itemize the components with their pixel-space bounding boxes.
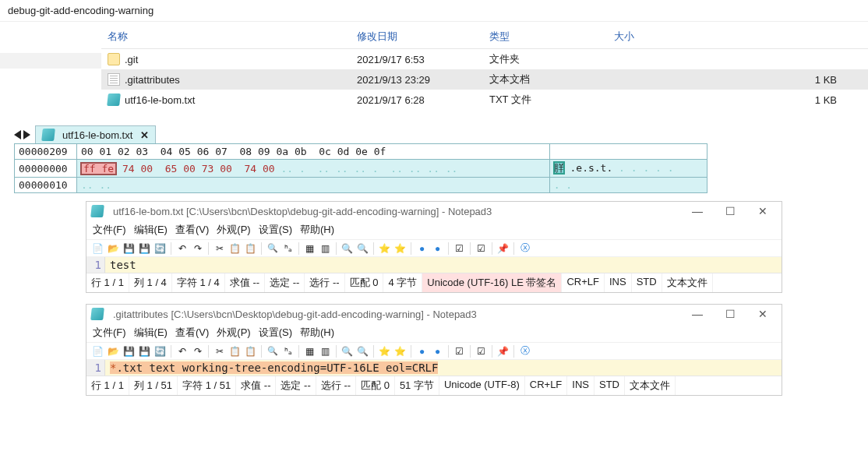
paste-icon[interactable]: 📋 bbox=[244, 344, 257, 358]
menu-bar[interactable]: 文件(F) 编辑(E) 查看(V) 外观(P) 设置(S) 帮助(H) bbox=[86, 220, 782, 239]
menu-edit[interactable]: 编辑(E) bbox=[134, 223, 168, 237]
hex-row-0[interactable]: 00000000 ff fe 74 00 65 00 73 00 74 00 .… bbox=[15, 160, 707, 178]
guides-icon[interactable]: ▥ bbox=[319, 242, 332, 255]
maximize-button[interactable]: ☐ bbox=[716, 308, 744, 320]
copy-icon[interactable]: 📋 bbox=[228, 242, 242, 255]
replace-icon[interactable]: ʰₐ bbox=[281, 242, 295, 255]
status-std[interactable]: STD bbox=[595, 376, 625, 395]
fwd-icon[interactable]: ● bbox=[431, 242, 444, 255]
status-eval[interactable]: 求值 -- bbox=[225, 273, 265, 292]
menu-file[interactable]: 文件(F) bbox=[93, 326, 126, 340]
status-seld[interactable]: 选定 -- bbox=[276, 376, 316, 395]
zoomout-icon[interactable]: 🔍 bbox=[356, 344, 369, 358]
replace-icon[interactable]: ʰₐ bbox=[281, 344, 295, 358]
revert-icon[interactable]: 🔄 bbox=[153, 242, 167, 255]
undo-icon[interactable]: ↶ bbox=[175, 242, 189, 255]
menu-view[interactable]: 查看(V) bbox=[175, 326, 209, 340]
zoomout-icon[interactable]: 🔍 bbox=[356, 242, 369, 255]
status-std[interactable]: STD bbox=[632, 273, 662, 292]
cut-icon[interactable]: ✂ bbox=[213, 242, 226, 255]
find-icon[interactable]: 🔍 bbox=[266, 344, 279, 358]
toolbar[interactable]: 📄 📂 💾 💾 🔄 ↶ ↷ ✂ 📋 📋 🔍 ʰₐ ▦ ▥ 🔍 🔍 ⭐ ⭐ ● ●… bbox=[86, 239, 782, 257]
back-icon[interactable]: ● bbox=[415, 242, 429, 255]
fav-icon[interactable]: ⭐ bbox=[378, 242, 391, 255]
status-ft[interactable]: 文本文件 bbox=[625, 376, 676, 395]
window-titlebar[interactable]: utf16-le-bom.txt [C:\Users\bcn\Desktop\d… bbox=[86, 202, 782, 220]
undo-icon[interactable]: ↶ bbox=[175, 344, 189, 358]
copy-icon[interactable]: 📋 bbox=[228, 344, 242, 358]
status-col[interactable]: 列 1 / 4 bbox=[129, 273, 172, 292]
menu-settings[interactable]: 设置(S) bbox=[259, 326, 292, 340]
col-name[interactable]: 名称 bbox=[101, 25, 351, 49]
editor-area[interactable]: 1 test bbox=[86, 257, 782, 273]
zoomin-icon[interactable]: 🔍 bbox=[340, 344, 354, 358]
status-encoding[interactable]: Unicode (UTF-16) LE 带签名 bbox=[422, 273, 562, 292]
status-eval[interactable]: 求值 -- bbox=[236, 376, 276, 395]
wordwrap-icon[interactable]: ▦ bbox=[303, 344, 316, 358]
back-icon[interactable]: ● bbox=[415, 344, 429, 358]
status-seld[interactable]: 选定 -- bbox=[265, 273, 305, 292]
revert-icon[interactable]: 🔄 bbox=[153, 344, 167, 358]
close-icon[interactable]: ✕ bbox=[140, 129, 149, 141]
toolbar[interactable]: 📄 📂 💾 💾 🔄 ↶ ↷ ✂ 📋 📋 🔍 ʰₐ ▦ ▥ 🔍 🔍 ⭐ ⭐ ● ●… bbox=[86, 342, 782, 360]
col-size[interactable]: 大小 bbox=[608, 25, 868, 49]
new-icon[interactable]: 📄 bbox=[91, 344, 104, 358]
wordwrap-icon[interactable]: ▦ bbox=[303, 242, 316, 255]
pin-icon[interactable]: 📌 bbox=[496, 344, 510, 358]
menu-settings[interactable]: 设置(S) bbox=[259, 223, 292, 237]
zoomin-icon[interactable]: 🔍 bbox=[340, 242, 354, 255]
editor-content[interactable]: test bbox=[105, 257, 782, 273]
addfav-icon[interactable]: ⭐ bbox=[393, 242, 407, 255]
status-char[interactable]: 字符 1 / 51 bbox=[178, 376, 236, 395]
menu-appearance[interactable]: 外观(P) bbox=[217, 223, 250, 237]
redo-icon[interactable]: ↷ bbox=[191, 344, 204, 358]
status-ft[interactable]: 文本文件 bbox=[662, 273, 713, 292]
saveas-icon[interactable]: 💾 bbox=[138, 344, 151, 358]
minimize-button[interactable]: — bbox=[683, 205, 711, 217]
editor-area[interactable]: 1 *.txt text working-tree-encoding=UTF-1… bbox=[86, 360, 782, 376]
paste-icon[interactable]: 📋 bbox=[244, 242, 257, 255]
menu-help[interactable]: 帮助(H) bbox=[300, 326, 334, 340]
col-type[interactable]: 类型 bbox=[483, 25, 608, 49]
status-col[interactable]: 列 1 / 51 bbox=[129, 376, 178, 395]
close-button[interactable]: ✕ bbox=[749, 308, 777, 320]
chk2-icon[interactable]: ☑ bbox=[475, 242, 488, 255]
guides-icon[interactable]: ▥ bbox=[319, 344, 332, 358]
close-button[interactable]: ✕ bbox=[749, 205, 777, 217]
menu-file[interactable]: 文件(F) bbox=[93, 223, 126, 237]
status-encoding[interactable]: Unicode (UTF-8) bbox=[439, 376, 525, 395]
open-icon[interactable]: 📂 bbox=[107, 242, 120, 255]
chk1-icon[interactable]: ☑ bbox=[453, 344, 466, 358]
clear-icon[interactable]: ⓧ bbox=[518, 242, 531, 255]
maximize-button[interactable]: ☐ bbox=[716, 205, 744, 217]
sidebar-item-selected[interactable] bbox=[0, 53, 101, 69]
status-char[interactable]: 字符 1 / 4 bbox=[172, 273, 225, 292]
status-match[interactable]: 匹配 0 bbox=[345, 273, 384, 292]
table-row[interactable]: .git2021/9/17 6:53文件夹 bbox=[101, 49, 868, 70]
window-titlebar[interactable]: .gitattributes [C:\Users\bcn\Desktop\deb… bbox=[86, 305, 782, 323]
status-ins[interactable]: INS bbox=[567, 376, 595, 395]
cut-icon[interactable]: ✂ bbox=[213, 344, 226, 358]
status-bytes[interactable]: 51 字节 bbox=[395, 376, 439, 395]
fwd-icon[interactable]: ● bbox=[431, 344, 444, 358]
column-headers[interactable]: 名称 修改日期 类型 大小 bbox=[101, 25, 868, 49]
save-icon[interactable]: 💾 bbox=[122, 242, 136, 255]
editor-content[interactable]: *.txt text working-tree-encoding=UTF-16L… bbox=[105, 360, 782, 376]
save-icon[interactable]: 💾 bbox=[122, 344, 136, 358]
new-icon[interactable]: 📄 bbox=[91, 242, 104, 255]
status-bytes[interactable]: 4 字节 bbox=[383, 273, 422, 292]
fav-icon[interactable]: ⭐ bbox=[378, 344, 391, 358]
status-line[interactable]: 行 1 / 1 bbox=[86, 273, 129, 292]
table-row[interactable]: .gitattributes2021/9/13 23:29文本文档1 KB bbox=[101, 69, 868, 90]
open-icon[interactable]: 📂 bbox=[107, 344, 120, 358]
status-row[interactable]: 选行 -- bbox=[305, 273, 344, 292]
status-ins[interactable]: INS bbox=[605, 273, 632, 292]
saveas-icon[interactable]: 💾 bbox=[138, 242, 151, 255]
path-bar[interactable]: debug-git-add-encoding-warning bbox=[0, 0, 868, 22]
addfav-icon[interactable]: ⭐ bbox=[393, 344, 407, 358]
menu-help[interactable]: 帮助(H) bbox=[300, 223, 334, 237]
next-tab-icon[interactable] bbox=[23, 130, 30, 139]
menu-view[interactable]: 查看(V) bbox=[175, 223, 209, 237]
menu-edit[interactable]: 编辑(E) bbox=[134, 326, 168, 340]
status-eol[interactable]: CR+LF bbox=[525, 376, 568, 395]
